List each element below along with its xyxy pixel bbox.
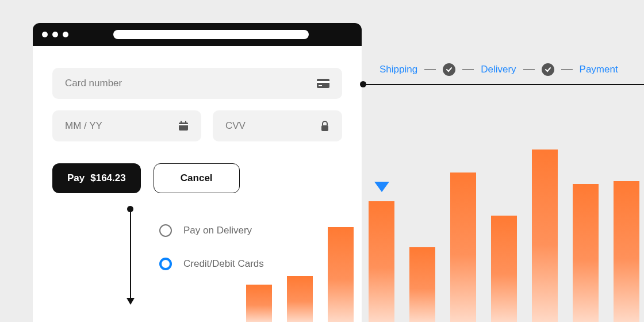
connector-line-icon	[363, 84, 644, 85]
expiry-field[interactable]: MM / YY	[52, 110, 201, 141]
svg-rect-2	[319, 85, 322, 86]
step-shipping[interactable]: Shipping	[379, 64, 417, 75]
step-divider-icon	[424, 69, 436, 70]
lock-icon	[320, 121, 329, 131]
step-delivery[interactable]: Delivery	[481, 64, 516, 75]
step-divider-icon	[523, 69, 535, 70]
pay-button[interactable]: Pay $164.23	[52, 163, 141, 193]
address-bar[interactable]	[113, 30, 309, 39]
svg-rect-5	[181, 121, 182, 124]
calendar-icon	[178, 121, 189, 131]
step-divider-icon	[561, 69, 573, 70]
check-icon	[443, 63, 455, 76]
window-titlebar	[33, 23, 362, 46]
credit-card-icon	[317, 79, 329, 88]
chart-bar	[246, 285, 272, 322]
checkout-steps: Shipping Delivery Payment	[379, 63, 644, 76]
svg-rect-1	[317, 81, 329, 83]
cvv-placeholder: CVV	[225, 120, 246, 132]
pay-label: Pay	[67, 172, 85, 184]
arrow-down-icon	[130, 209, 131, 304]
chart-bar	[328, 227, 354, 322]
chart-bar	[614, 181, 639, 322]
chart-bar	[491, 216, 517, 322]
svg-rect-7	[321, 125, 328, 131]
svg-rect-4	[179, 124, 188, 125]
chart-bar	[287, 276, 313, 322]
card-number-placeholder: Card number	[65, 78, 122, 89]
chart-bar	[573, 184, 599, 322]
svg-rect-3	[179, 122, 188, 131]
svg-rect-0	[317, 79, 329, 88]
chart-bar	[450, 172, 476, 322]
cancel-button[interactable]: Cancel	[154, 163, 240, 193]
chart-bar	[369, 201, 394, 322]
option-cod-label: Pay on Delivery	[183, 225, 252, 236]
check-icon	[542, 63, 554, 76]
pay-amount: $164.23	[90, 172, 125, 184]
cancel-label: Cancel	[181, 172, 213, 184]
window-dot-icon	[52, 32, 58, 37]
caret-down-icon	[374, 182, 389, 192]
chart-bar	[532, 150, 558, 322]
chart-bar	[409, 247, 435, 322]
radio-icon	[159, 224, 172, 237]
step-divider-icon	[462, 69, 474, 70]
step-payment[interactable]: Payment	[580, 64, 618, 75]
radio-selected-icon	[159, 258, 172, 270]
window-dot-icon	[42, 32, 48, 37]
svg-rect-6	[185, 121, 186, 124]
expiry-placeholder: MM / YY	[65, 120, 102, 132]
card-number-field[interactable]: Card number	[52, 68, 342, 99]
metrics-bar-chart	[246, 132, 644, 322]
window-dot-icon	[63, 32, 68, 37]
